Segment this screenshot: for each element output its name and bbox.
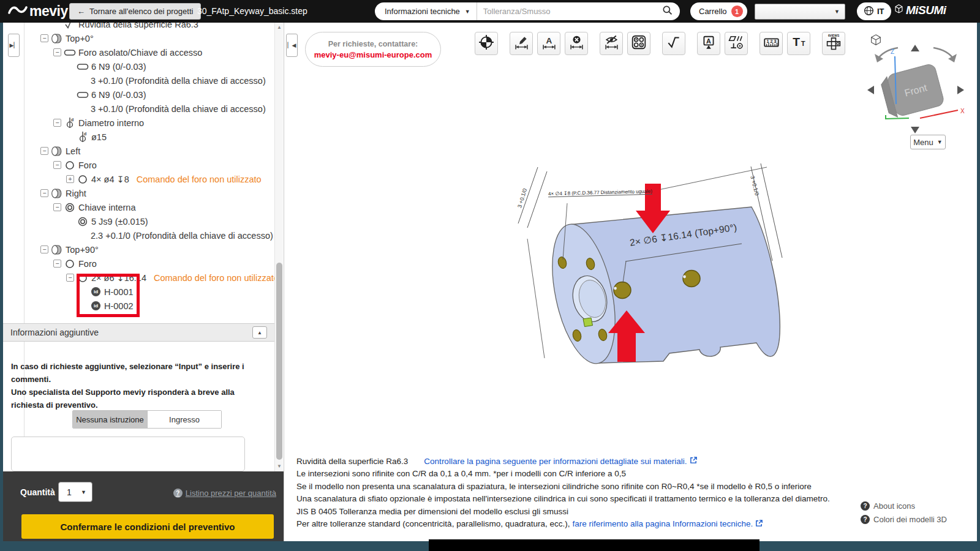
collapse-node-toggle[interactable]: − <box>40 189 48 197</box>
collapse-node-toggle[interactable]: − <box>66 274 74 282</box>
info-text-line1: In caso di richieste aggiuntive, selezio… <box>11 360 259 386</box>
tree-item-label[interactable]: Top+0° <box>66 34 94 43</box>
tree-item-6-n9-0-0-03-[interactable]: 6 N9 (0/-0.03) <box>24 59 274 73</box>
tree-item-foro[interactable]: −Foro <box>24 158 274 172</box>
price-list-link[interactable]: ? Listino prezzi per quantità <box>173 489 276 498</box>
tree-item-label[interactable]: Top+90° <box>66 245 99 255</box>
tree-item-3-0-1-0-profondit-della-chiave-di-accesso-[interactable]: 3 +0.1/0 (Profondità della chiave di acc… <box>24 73 274 88</box>
tree-item-label[interactable]: 3 +0.1/0 (Profondità della chiave di acc… <box>91 76 266 86</box>
scroll-down-icon[interactable]: ▼ <box>276 463 282 469</box>
measure-123-button[interactable]: 1 2 3 <box>760 32 783 55</box>
tree-item-label[interactable]: 4× ø4 ↧8 <box>91 174 129 184</box>
tree-item-label[interactable]: Right <box>66 189 86 198</box>
tree-item-chiave-interna[interactable]: −Chiave interna <box>24 200 274 214</box>
collapse-node-toggle[interactable]: − <box>40 34 48 42</box>
quantity-select[interactable]: 1 ▼ <box>58 482 92 502</box>
app-window: meviy ← Tornare all'elenco dei progetti … <box>0 0 980 551</box>
tree-item-label[interactable]: 5 Js9 (±0.015) <box>91 217 148 227</box>
tree-item-label[interactable]: Diametro interno <box>78 118 144 128</box>
tree-item-label[interactable]: 3 +0.1/0 (Profondità della chiave di acc… <box>91 104 266 114</box>
search-icon[interactable] <box>662 5 673 18</box>
project-select-dropdown[interactable]: ▼ <box>755 4 845 20</box>
scroll-up-icon[interactable]: ▲ <box>276 24 282 30</box>
tech-info-dropdown[interactable]: Informazioni tecniche ▼ <box>375 2 477 20</box>
tree-item-ruvidit-della-superficie-ra6-3[interactable]: Ruvidità della superficie Ra6.3 <box>24 23 274 31</box>
collapse-node-toggle[interactable]: − <box>40 246 48 253</box>
tree-item-diametro-interno[interactable]: −dDiametro interno <box>24 116 274 130</box>
toggle-input[interactable]: Ingresso <box>147 411 221 428</box>
collapse-section-button[interactable]: ▲ <box>252 326 267 339</box>
tree-item-4-4-8[interactable]: +4× ø4 ↧8Comando del foro non utilizzato <box>24 172 274 186</box>
tree-item-5-js9-0-015-[interactable]: 5 Js9 (±0.015) <box>24 214 274 228</box>
note-link-label[interactable]: fare riferimento alla pagina Informazion… <box>572 519 753 528</box>
tree-item-label[interactable]: Foro <box>78 259 97 269</box>
delete-dimension-button[interactable] <box>565 32 588 55</box>
tree-item-right[interactable]: −Right <box>24 186 274 200</box>
six-views-button[interactable]: 6VIEWS <box>822 32 845 55</box>
surface-finish-tool-button[interactable] <box>662 32 685 55</box>
question-icon: ? <box>861 501 870 511</box>
collapse-node-toggle[interactable]: − <box>53 260 61 268</box>
help-link-label[interactable]: Colori dei modelli 3D <box>873 515 947 524</box>
tree-item-h-0001[interactable]: idH-0001 <box>24 285 274 299</box>
help-link-colori-dei-modelli-3d[interactable]: ?Colori dei modelli 3D <box>861 515 947 524</box>
text-size-button[interactable]: TT <box>787 32 810 55</box>
tree-item-label[interactable]: 2.3 +0.1/0 (Profondità della chiave di a… <box>91 231 273 241</box>
circle-icon <box>76 173 89 185</box>
note-link[interactable]: fare riferimento alla pagina Informazion… <box>572 519 763 529</box>
tree-item-label[interactable]: Left <box>66 146 80 156</box>
note-link-label[interactable]: Controllare la pagina seguente per infor… <box>424 457 687 466</box>
contact-email[interactable]: meviy-eu@misumi-europe.com <box>314 50 432 59</box>
tree-item-6-n9-0-0-03-[interactable]: 6 N9 (0/-0.03) <box>24 88 274 102</box>
tree-item-top-0-[interactable]: −Top+0° <box>24 31 274 45</box>
tree-item-3-0-1-0-profondit-della-chiave-di-accesso-[interactable]: 3 +0.1/0 (Profondità della chiave di acc… <box>24 102 274 116</box>
collapse-panel-button[interactable]: ▏◀ <box>286 34 298 57</box>
collapse-node-toggle[interactable]: − <box>53 119 61 127</box>
geometric-tolerance-button[interactable] <box>725 32 748 55</box>
measure-123-icon: 1 2 3 <box>763 34 780 53</box>
cart-button[interactable]: Carrello 1 <box>690 2 747 20</box>
tree-item-label[interactable]: Chiave interna <box>78 203 136 212</box>
collapse-node-toggle[interactable]: − <box>53 48 61 56</box>
tree-item-label[interactable]: Foro asolato/Chiave di accesso <box>78 48 202 58</box>
view-cube-widget[interactable]: Front Z X <box>859 32 975 144</box>
tree-item-label[interactable]: Foro <box>78 160 97 170</box>
hole-pattern-button[interactable] <box>627 32 650 55</box>
expand-panel-button[interactable]: ▶▏ <box>8 34 20 57</box>
help-link-label[interactable]: About icons <box>873 501 915 511</box>
collapse-node-toggle[interactable]: − <box>40 147 48 155</box>
confirm-quote-button[interactable]: Confermare le condizioni del preventivo <box>21 514 274 539</box>
datum-frame-button[interactable]: A <box>697 32 720 55</box>
collapse-node-toggle[interactable]: − <box>53 161 61 169</box>
meviy-logo[interactable]: meviy <box>7 2 68 20</box>
comment-textarea[interactable] <box>11 437 245 471</box>
tree-item-label[interactable]: Ruvidità della superficie Ra6.3 <box>78 23 198 29</box>
scrollbar-thumb[interactable] <box>276 263 282 460</box>
tree-item-label[interactable]: 6 N9 (0/-0.03) <box>91 90 146 100</box>
view-menu-button[interactable]: Menu ▼ <box>910 135 946 149</box>
datum-target-button[interactable] <box>475 32 498 55</box>
text-dimension-button[interactable]: A <box>537 32 560 55</box>
tree-item-top-90-[interactable]: −Top+90° <box>24 242 274 257</box>
note-link[interactable]: Controllare la pagina seguente per infor… <box>424 456 697 466</box>
sidebar-scrollbar[interactable]: ▲ ▼ <box>274 23 283 471</box>
toggle-no-instruction[interactable]: Nessuna istruzione <box>73 411 147 428</box>
tree-item-2-6-16-14[interactable]: −2× ø6 ↧16.14Comando del foro non utiliz… <box>24 271 274 285</box>
tree-item-foro-asolato-chiave-di-accesso[interactable]: −Foro asolato/Chiave di accesso <box>24 45 274 59</box>
tree-item-h-0002[interactable]: idH-0002 <box>24 299 274 313</box>
tree-item-left[interactable]: −Left <box>24 144 274 158</box>
help-link-about-icons[interactable]: ?About icons <box>861 501 915 511</box>
expand-node-toggle[interactable]: + <box>66 175 74 183</box>
tree-item-foro[interactable]: −Foro <box>24 257 274 271</box>
collapse-node-toggle[interactable]: − <box>53 203 61 211</box>
back-to-projects-button[interactable]: ← Tornare all'elenco dei progetti <box>69 3 201 20</box>
edit-dimension-button[interactable] <box>510 32 533 55</box>
search-input[interactable] <box>477 7 662 16</box>
hide-dimension-button[interactable] <box>600 32 623 55</box>
language-switcher[interactable]: IT <box>857 2 891 20</box>
tree-item--15[interactable]: dø15 <box>24 130 274 144</box>
tree-item-label[interactable]: ø15 <box>91 132 107 142</box>
model-viewport[interactable]: 4× ∅4 ↧8 (P.C.D.36.77 Distanziamento ugu… <box>509 147 809 392</box>
tree-item-label[interactable]: 6 N9 (0/-0.03) <box>91 62 146 72</box>
tree-item-2-3-0-1-0-profondit-della-chiave-di-accesso-[interactable]: 2.3 +0.1/0 (Profondità della chiave di a… <box>24 228 274 242</box>
